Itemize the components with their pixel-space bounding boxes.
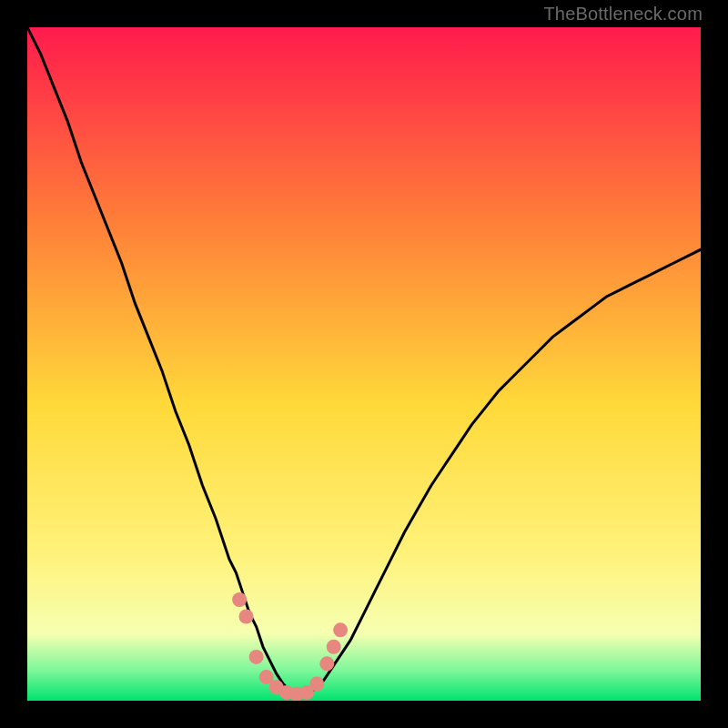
- highlight-dot: [333, 622, 348, 637]
- highlight-dot: [239, 610, 254, 624]
- highlight-dot: [249, 650, 264, 664]
- watermark-text: TheBottleneck.com: [543, 4, 703, 25]
- highlight-dot: [327, 640, 341, 654]
- outer-frame: TheBottleneck.com: [0, 0, 728, 728]
- highlight-dot: [232, 592, 247, 607]
- highlight-dot: [319, 656, 334, 671]
- highlight-dot: [309, 677, 324, 692]
- gradient-background: [27, 27, 701, 701]
- bottleneck-plot: [27, 27, 701, 701]
